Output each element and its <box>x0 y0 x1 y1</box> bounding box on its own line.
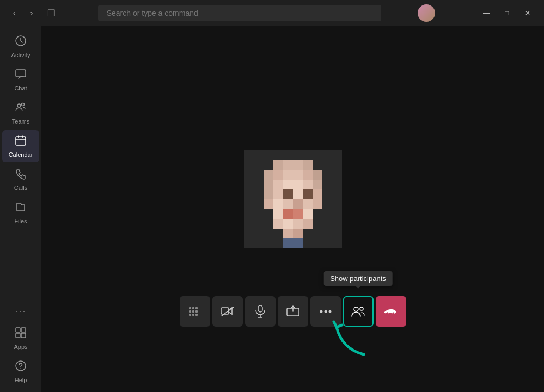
activity-label: Activity <box>11 52 30 58</box>
svg-rect-47 <box>283 229 293 238</box>
svg-rect-61 <box>258 305 262 312</box>
files-label: Files <box>14 218 27 224</box>
chat-label: Chat <box>14 85 27 91</box>
svg-rect-55 <box>195 310 198 313</box>
svg-rect-5 <box>21 328 26 332</box>
svg-rect-21 <box>264 180 273 189</box>
pointing-arrow <box>326 316 369 360</box>
svg-rect-17 <box>283 170 293 180</box>
svg-point-65 <box>320 310 322 313</box>
svg-point-66 <box>324 310 327 313</box>
video-button[interactable] <box>212 296 243 327</box>
svg-point-69 <box>360 307 363 310</box>
dialpad-button[interactable] <box>180 296 210 327</box>
titlebar: ‹ › ❐ — □ ✕ <box>0 0 544 26</box>
sidebar-item-chat[interactable]: Chat <box>2 64 39 96</box>
more-button[interactable]: ··· <box>10 301 30 321</box>
svg-rect-56 <box>189 314 191 316</box>
svg-rect-19 <box>303 170 313 180</box>
pixelated-face <box>244 150 342 248</box>
mic-button[interactable] <box>245 296 276 327</box>
svg-point-68 <box>354 307 358 311</box>
sidebar-item-calendar[interactable]: Calendar <box>2 130 39 162</box>
participants-tooltip: Show participants <box>323 271 393 286</box>
apps-icon <box>15 327 27 341</box>
hangup-button[interactable] <box>376 296 406 327</box>
maximize-button[interactable]: □ <box>497 5 517 21</box>
svg-rect-38 <box>313 199 322 209</box>
video-container <box>244 150 342 248</box>
teams-icon <box>15 101 27 116</box>
sidebar-item-calls[interactable]: Calls <box>2 163 39 195</box>
svg-rect-20 <box>313 170 322 180</box>
svg-point-1 <box>17 104 21 107</box>
sidebar-item-files[interactable]: Files <box>2 197 39 229</box>
svg-rect-37 <box>303 199 313 209</box>
svg-point-9 <box>20 368 21 369</box>
expand-button[interactable]: ❐ <box>44 5 59 21</box>
svg-point-2 <box>22 103 25 106</box>
svg-rect-42 <box>303 209 313 219</box>
svg-rect-46 <box>303 219 313 229</box>
svg-rect-43 <box>273 219 283 229</box>
svg-rect-57 <box>192 314 194 316</box>
chat-icon <box>15 68 27 83</box>
activity-icon <box>15 35 27 50</box>
help-icon <box>15 360 27 375</box>
search-input[interactable] <box>98 5 381 21</box>
svg-rect-26 <box>313 180 322 189</box>
help-label: Help <box>15 377 27 383</box>
svg-rect-22 <box>273 180 283 189</box>
search-bar[interactable] <box>98 5 381 21</box>
svg-rect-52 <box>195 307 198 309</box>
svg-rect-7 <box>21 333 26 338</box>
svg-rect-4 <box>16 328 20 332</box>
participant-video <box>244 150 342 248</box>
svg-rect-11 <box>273 160 283 170</box>
svg-rect-41 <box>293 209 303 219</box>
call-controls: Show participants <box>180 296 406 327</box>
main-layout: Activity Chat Teams <box>0 26 544 392</box>
share-button[interactable] <box>278 296 308 327</box>
sidebar-item-teams[interactable]: Teams <box>2 97 39 129</box>
files-icon <box>15 201 27 216</box>
svg-rect-25 <box>303 180 313 189</box>
sidebar-item-activity[interactable]: Activity <box>2 30 39 63</box>
svg-rect-23 <box>283 180 293 189</box>
calls-icon <box>15 168 27 182</box>
svg-rect-50 <box>189 307 191 309</box>
calendar-label: Calendar <box>9 151 33 158</box>
forward-button[interactable]: › <box>24 5 39 21</box>
back-button[interactable]: ‹ <box>7 5 22 21</box>
svg-rect-36 <box>293 199 303 209</box>
svg-rect-33 <box>264 199 273 209</box>
svg-rect-15 <box>264 170 273 180</box>
svg-rect-3 <box>16 137 26 145</box>
close-button[interactable]: ✕ <box>518 5 537 21</box>
svg-rect-34 <box>273 199 283 209</box>
window-controls: — □ ✕ <box>476 5 537 21</box>
svg-rect-51 <box>192 307 194 309</box>
sidebar: Activity Chat Teams <box>0 26 41 392</box>
svg-rect-28 <box>273 189 283 199</box>
minimize-button[interactable]: — <box>476 5 496 21</box>
svg-rect-53 <box>189 310 191 313</box>
svg-rect-54 <box>192 310 194 313</box>
apps-label: Apps <box>14 344 27 350</box>
svg-rect-58 <box>195 314 198 316</box>
calls-label: Calls <box>14 185 27 191</box>
svg-rect-32 <box>313 189 322 199</box>
svg-rect-49 <box>283 238 303 248</box>
teams-label: Teams <box>12 118 29 125</box>
sidebar-item-help[interactable]: Help <box>2 356 39 388</box>
svg-rect-39 <box>273 209 283 219</box>
user-avatar[interactable] <box>418 4 435 22</box>
calendar-icon <box>15 134 27 149</box>
more-icon: ··· <box>15 305 26 317</box>
sidebar-item-apps[interactable]: Apps <box>2 322 39 354</box>
nav-buttons: ‹ › <box>7 5 39 21</box>
svg-rect-6 <box>16 333 20 338</box>
svg-rect-48 <box>293 229 303 238</box>
svg-rect-18 <box>293 170 303 180</box>
svg-rect-13 <box>293 160 303 170</box>
